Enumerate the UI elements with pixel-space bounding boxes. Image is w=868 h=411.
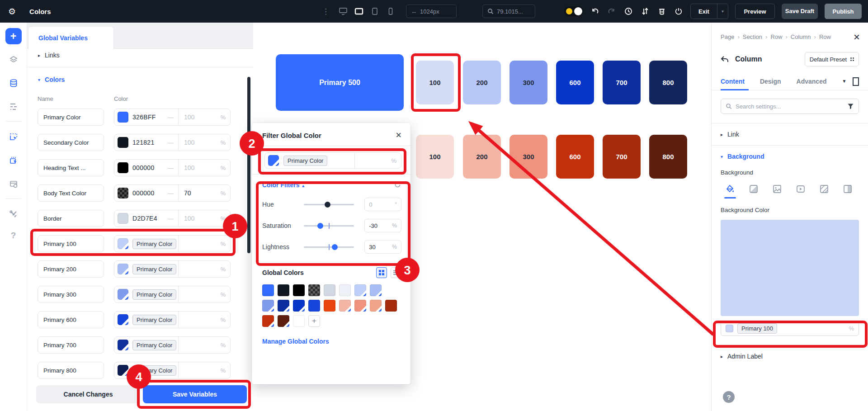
linked-color-chip[interactable]: Primary Color bbox=[132, 315, 176, 325]
canvas-zoom-input[interactable]: 79.1015... bbox=[482, 5, 535, 18]
tab-global-variables[interactable]: Global Variables bbox=[28, 26, 114, 49]
color-swatch[interactable] bbox=[118, 289, 128, 300]
tablet-landscape-breakpoint-icon[interactable] bbox=[354, 6, 364, 16]
alpha-value[interactable]: 70 bbox=[184, 189, 220, 197]
variable-name-input[interactable] bbox=[38, 184, 104, 202]
breadcrumb-item-row[interactable]: Row bbox=[819, 33, 831, 40]
variable-color-control[interactable]: Primary Color % bbox=[114, 235, 231, 252]
popup-color-swatch[interactable] bbox=[268, 155, 279, 166]
default-preset-button[interactable]: Default Preset bbox=[805, 52, 859, 66]
variable-color-control[interactable]: 000000 — 100 % bbox=[114, 159, 231, 176]
breadcrumb-item-section[interactable]: Section bbox=[743, 33, 762, 40]
trash-icon[interactable] bbox=[657, 6, 667, 16]
variable-name-input[interactable] bbox=[38, 362, 104, 379]
variable-color-control[interactable]: Primary Color % bbox=[114, 311, 231, 328]
global-color-swatch[interactable] bbox=[339, 300, 351, 312]
hex-value[interactable]: 000000 bbox=[132, 164, 155, 171]
alpha-value[interactable]: 100 bbox=[184, 215, 220, 222]
undo-icon[interactable] bbox=[590, 6, 600, 16]
help-icon[interactable]: ? bbox=[0, 231, 27, 241]
slider-value-input[interactable]: 30 % bbox=[364, 240, 401, 254]
background-color-icon[interactable] bbox=[725, 183, 735, 195]
slider[interactable] bbox=[304, 198, 354, 211]
variable-color-control[interactable]: D2D7E4 — 100 % bbox=[114, 210, 231, 227]
global-color-swatch[interactable] bbox=[385, 300, 397, 312]
more-options-icon[interactable]: ⋮ bbox=[322, 7, 330, 16]
linked-color-chip[interactable]: Primary Color bbox=[132, 239, 176, 249]
variable-color-control[interactable]: Primary Color % bbox=[114, 286, 231, 303]
variable-name-input[interactable] bbox=[38, 159, 104, 176]
variable-name-input[interactable] bbox=[38, 260, 104, 278]
section-links[interactable]: ▸ Links bbox=[27, 50, 253, 61]
section-link[interactable]: ▸ Link bbox=[712, 123, 868, 145]
red-swatch-600[interactable]: 600 bbox=[556, 135, 594, 179]
background-overlay-icon[interactable] bbox=[843, 183, 853, 195]
structure-icon[interactable] bbox=[5, 99, 22, 115]
hex-value[interactable]: 000000 bbox=[132, 189, 155, 197]
settings-gear-icon[interactable]: ⚙ bbox=[8, 6, 16, 17]
color-swatch[interactable] bbox=[118, 340, 128, 350]
layers-icon[interactable] bbox=[5, 52, 22, 68]
desktop-breakpoint-icon[interactable] bbox=[338, 6, 348, 16]
alpha-value[interactable]: 100 bbox=[184, 113, 220, 121]
slider-value-input[interactable]: 0 ° bbox=[364, 198, 401, 211]
slider-value[interactable]: 30 bbox=[369, 244, 392, 250]
cancel-changes-button[interactable]: Cancel Changes bbox=[36, 385, 140, 403]
linked-color-chip[interactable]: Primary Color bbox=[132, 365, 176, 376]
popup-close-icon[interactable]: × bbox=[396, 130, 401, 140]
preview-button[interactable]: Preview bbox=[735, 4, 775, 19]
variable-color-control[interactable]: Primary Color % bbox=[114, 336, 231, 354]
variable-color-control[interactable]: 000000 — 70 % bbox=[114, 184, 231, 202]
slider-value[interactable]: 0 bbox=[369, 201, 395, 208]
select-element-icon[interactable] bbox=[5, 129, 22, 145]
global-color-swatch[interactable] bbox=[262, 315, 274, 327]
panel-scrollbar[interactable] bbox=[247, 77, 250, 253]
red-swatch-800[interactable]: 800 bbox=[649, 135, 687, 179]
slider-value[interactable]: -30 bbox=[369, 222, 392, 229]
global-color-swatch[interactable] bbox=[262, 284, 274, 296]
linked-color-chip[interactable]: Primary Color bbox=[132, 289, 176, 300]
background-video-icon[interactable] bbox=[796, 183, 806, 195]
global-color-swatch[interactable] bbox=[370, 284, 382, 296]
red-swatch-100[interactable]: 100 bbox=[416, 135, 454, 179]
variable-color-control[interactable]: Primary Color % bbox=[114, 260, 231, 278]
tabs-caret-icon[interactable]: ▼ bbox=[842, 79, 847, 89]
variable-name-input[interactable] bbox=[38, 336, 104, 354]
tablet-portrait-breakpoint-icon[interactable] bbox=[370, 6, 380, 16]
color-swatch[interactable] bbox=[118, 112, 128, 123]
background-image-icon[interactable] bbox=[772, 183, 782, 195]
variable-name-input[interactable] bbox=[38, 235, 104, 252]
background-color-preview[interactable] bbox=[721, 220, 859, 316]
red-swatch-200[interactable]: 200 bbox=[463, 135, 501, 179]
filter-funnel-icon[interactable] bbox=[847, 103, 854, 110]
background-pattern-icon[interactable] bbox=[819, 183, 829, 195]
tab-design[interactable]: Design bbox=[760, 78, 781, 90]
canvas-frame-icon[interactable] bbox=[853, 77, 859, 86]
blue-swatch-800[interactable]: 800 bbox=[649, 61, 687, 104]
back-arrow-icon[interactable] bbox=[721, 56, 729, 63]
import-export-icon[interactable] bbox=[640, 6, 650, 16]
slider-handle[interactable] bbox=[332, 244, 338, 250]
slider-handle[interactable] bbox=[317, 223, 323, 229]
search-settings-input[interactable]: Search settings... bbox=[721, 99, 859, 114]
slider-value-input[interactable]: -30 % bbox=[364, 219, 401, 232]
global-color-swatch[interactable] bbox=[278, 300, 289, 312]
linked-color-chip[interactable]: Primary Color bbox=[132, 340, 176, 350]
hex-value[interactable]: 121821 bbox=[132, 139, 155, 146]
save-variables-button[interactable]: Save Variables bbox=[143, 385, 247, 403]
power-icon[interactable] bbox=[674, 6, 684, 16]
global-color-swatch[interactable] bbox=[354, 300, 366, 312]
background-gradient-icon[interactable] bbox=[749, 183, 759, 195]
slider-handle[interactable] bbox=[325, 202, 330, 208]
background-color-field[interactable]: Primary 100 % bbox=[721, 321, 859, 336]
color-swatch[interactable] bbox=[118, 213, 128, 224]
add-element-button[interactable]: + bbox=[5, 28, 22, 44]
color-filters-toggle[interactable]: Color Filters ▲ bbox=[262, 181, 305, 189]
global-color-swatch[interactable] bbox=[278, 284, 289, 296]
global-color-swatch[interactable] bbox=[354, 284, 366, 296]
global-color-swatch[interactable] bbox=[308, 284, 320, 296]
section-background[interactable]: ▾ Background bbox=[712, 146, 868, 167]
section-colors[interactable]: ▾ Colors bbox=[27, 73, 253, 86]
global-color-swatch[interactable] bbox=[324, 284, 335, 296]
tools-icon[interactable] bbox=[5, 206, 22, 222]
